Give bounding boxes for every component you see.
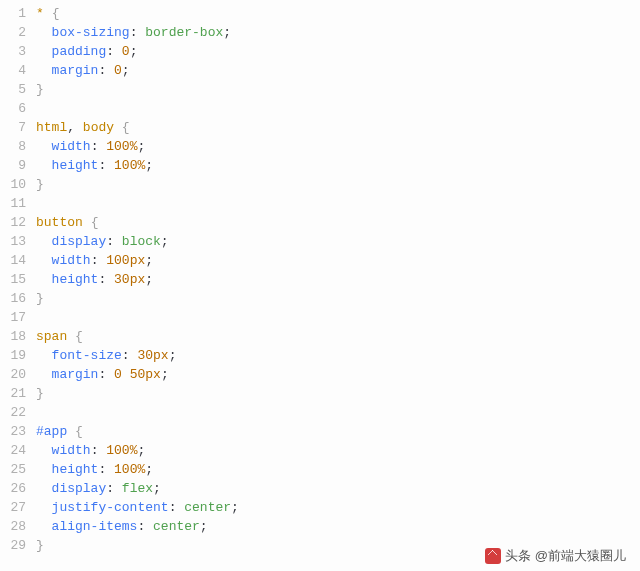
code-line: align-items: center;: [36, 517, 640, 536]
code-line: height: 100%;: [36, 156, 640, 175]
code-line: width: 100%;: [36, 137, 640, 156]
line-number: 12: [0, 213, 26, 232]
line-number: 15: [0, 270, 26, 289]
line-number: 9: [0, 156, 26, 175]
line-number: 27: [0, 498, 26, 517]
line-number: 13: [0, 232, 26, 251]
line-number: 28: [0, 517, 26, 536]
line-number: 8: [0, 137, 26, 156]
code-line: display: flex;: [36, 479, 640, 498]
code-line: html, body {: [36, 118, 640, 137]
code-line: button {: [36, 213, 640, 232]
line-number: 3: [0, 42, 26, 61]
line-number: 10: [0, 175, 26, 194]
code-line: box-sizing: border-box;: [36, 23, 640, 42]
line-number: 18: [0, 327, 26, 346]
line-number-gutter: 1234567891011121314151617181920212223242…: [0, 4, 36, 555]
line-number: 7: [0, 118, 26, 137]
line-number: 19: [0, 346, 26, 365]
code-line: justify-content: center;: [36, 498, 640, 517]
code-line: width: 100px;: [36, 251, 640, 270]
code-content: * { box-sizing: border-box; padding: 0; …: [36, 4, 640, 555]
line-number: 16: [0, 289, 26, 308]
code-line: [36, 99, 640, 118]
code-line: height: 100%;: [36, 460, 640, 479]
toutiao-logo-icon: [485, 548, 501, 564]
line-number: 6: [0, 99, 26, 118]
code-line: #app {: [36, 422, 640, 441]
line-number: 29: [0, 536, 26, 555]
watermark: 头条 @前端大猿圈儿: [485, 546, 626, 565]
code-line: }: [36, 384, 640, 403]
code-line: }: [36, 175, 640, 194]
line-number: 4: [0, 61, 26, 80]
code-line: [36, 194, 640, 213]
line-number: 25: [0, 460, 26, 479]
line-number: 24: [0, 441, 26, 460]
code-line: [36, 403, 640, 422]
code-line: height: 30px;: [36, 270, 640, 289]
watermark-label: 头条 @前端大猿圈儿: [505, 546, 626, 565]
code-line: span {: [36, 327, 640, 346]
line-number: 5: [0, 80, 26, 99]
line-number: 14: [0, 251, 26, 270]
code-editor: 1234567891011121314151617181920212223242…: [0, 0, 640, 555]
code-line: padding: 0;: [36, 42, 640, 61]
line-number: 22: [0, 403, 26, 422]
line-number: 17: [0, 308, 26, 327]
code-line: margin: 0 50px;: [36, 365, 640, 384]
line-number: 20: [0, 365, 26, 384]
code-line: margin: 0;: [36, 61, 640, 80]
code-line: * {: [36, 4, 640, 23]
code-line: [36, 308, 640, 327]
code-line: font-size: 30px;: [36, 346, 640, 365]
code-line: }: [36, 80, 640, 99]
line-number: 23: [0, 422, 26, 441]
line-number: 11: [0, 194, 26, 213]
code-line: display: block;: [36, 232, 640, 251]
line-number: 21: [0, 384, 26, 403]
line-number: 26: [0, 479, 26, 498]
line-number: 2: [0, 23, 26, 42]
line-number: 1: [0, 4, 26, 23]
code-line: width: 100%;: [36, 441, 640, 460]
code-line: }: [36, 289, 640, 308]
